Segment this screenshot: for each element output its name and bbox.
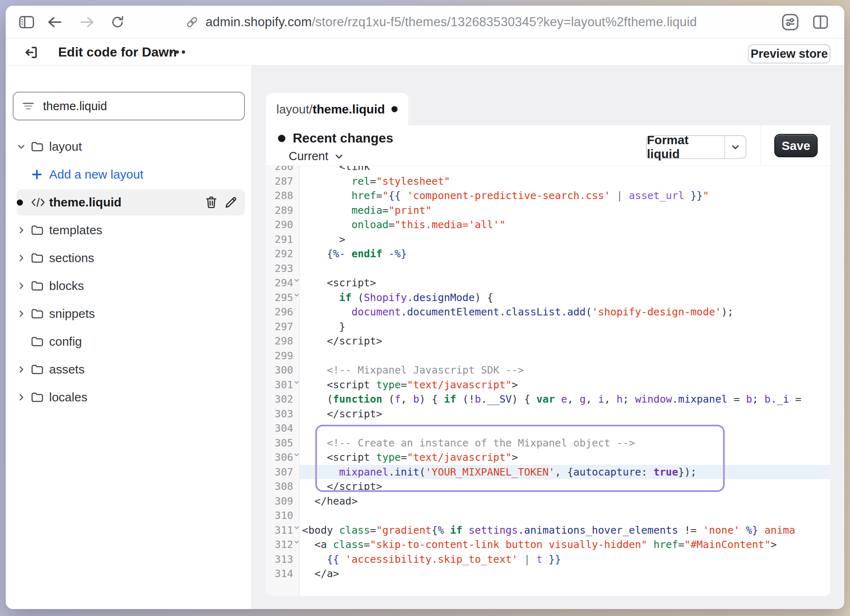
code-line-291[interactable]: 291 > <box>266 232 830 247</box>
code-text <box>300 421 830 436</box>
line-number: 312 <box>266 537 300 552</box>
code-line-294[interactable]: 294 <script> <box>266 276 830 290</box>
chevron-right-icon <box>17 254 31 263</box>
code-line-299[interactable]: 299 <box>266 349 830 363</box>
code-text: (function (f, b) { if (!b.__SV) { var e,… <box>300 392 830 407</box>
code-line-313[interactable]: 313 {{ 'accessibility.skip_to_text' | t … <box>266 552 830 567</box>
sidebar-item-add-a-new-layout[interactable]: Add a new layout <box>17 161 245 188</box>
code-line-287[interactable]: 287 rel="stylesheet" <box>266 174 830 189</box>
url-text: admin.shopify.com/store/rzq1xu-f5/themes… <box>206 15 697 29</box>
sidebar-item-snippets[interactable]: snippets <box>17 301 245 327</box>
reload-button[interactable] <box>108 6 127 38</box>
format-liquid-dropdown[interactable] <box>724 136 746 158</box>
rename-file-button[interactable] <box>224 196 237 209</box>
code-line-298[interactable]: 298 </script> <box>266 334 830 349</box>
code-text: onload="this.media='all'" <box>300 217 830 232</box>
line-number: 301 <box>266 378 300 392</box>
code-line-302[interactable]: 302 (function (f, b) { if (!b.__SV) { va… <box>266 392 830 407</box>
plus-icon <box>31 168 49 181</box>
sidebar-toggle-icon[interactable] <box>16 6 37 38</box>
sidebar-item-theme-liquid[interactable]: theme.liquid <box>17 189 245 215</box>
sidebar-item-config[interactable]: config <box>17 328 245 355</box>
folder-icon <box>31 308 49 320</box>
code-line-310[interactable]: 310 <box>266 508 830 523</box>
code-line-289[interactable]: 289 media="print" <box>266 203 830 218</box>
line-number: 287 <box>266 174 300 189</box>
version-dropdown[interactable]: Current <box>289 149 344 163</box>
code-line-311[interactable]: 311<body class="gradient{% if settings.a… <box>266 523 830 538</box>
fold-chevron-icon[interactable] <box>293 292 300 299</box>
browser-window: admin.shopify.com/store/rzq1xu-f5/themes… <box>6 6 844 609</box>
forward-button[interactable] <box>78 6 97 38</box>
code-line-301[interactable]: 301 <script type="text/javascript"> <box>266 378 830 392</box>
code-line-290[interactable]: 290 onload="this.media='all'" <box>266 217 830 232</box>
code-lines[interactable]: 286 <link287 rel="stylesheet"288 href="{… <box>266 166 830 581</box>
code-editor[interactable]: 286 <link287 rel="stylesheet"288 href="{… <box>266 166 830 596</box>
line-number: 303 <box>266 407 300 421</box>
code-line-305[interactable]: 305 <!-- Create an instance of the Mixpa… <box>266 436 830 451</box>
sidebar-item-label: locales <box>49 390 87 404</box>
sidebar-item-label: theme.liquid <box>49 195 122 209</box>
code-text: </script> <box>300 334 830 349</box>
code-line-312[interactable]: 312 <a class="skip-to-content-link butto… <box>266 537 830 552</box>
fold-chevron-icon[interactable] <box>293 451 300 458</box>
code-line-303[interactable]: 303 </script> <box>266 407 830 421</box>
address-bar[interactable]: admin.shopify.com/store/rzq1xu-f5/themes… <box>185 6 697 38</box>
split-view-icon[interactable] <box>809 6 832 38</box>
line-number: 292 <box>266 247 300 261</box>
sidebar-item-sections[interactable]: sections <box>17 245 245 271</box>
delete-file-button[interactable] <box>205 195 218 209</box>
fold-chevron-icon[interactable] <box>293 277 300 284</box>
exit-editor-button[interactable] <box>23 44 39 61</box>
line-number: 299 <box>266 349 300 363</box>
editor-header-panel: Recent changes Current Format liquid <box>266 125 761 165</box>
code-line-308[interactable]: 308 </script> <box>266 479 830 494</box>
chevron-right-icon <box>17 281 31 290</box>
code-line-292[interactable]: 292 {%- endif -%} <box>266 247 830 261</box>
code-text: </a> <box>300 566 830 581</box>
sidebar-item-label: templates <box>49 223 102 237</box>
file-tab[interactable]: layout/theme.liquid <box>266 93 408 125</box>
sidebar-item-assets[interactable]: assets <box>17 356 245 383</box>
code-text: <script> <box>300 276 830 290</box>
folder-icon <box>31 280 49 292</box>
fold-chevron-icon[interactable] <box>293 524 300 531</box>
code-text <box>300 349 830 363</box>
overflow-menu-button[interactable] <box>170 38 185 66</box>
code-text: media="print" <box>300 203 830 218</box>
code-line-297[interactable]: 297 } <box>266 319 830 334</box>
sidebar-item-templates[interactable]: templates <box>17 217 245 243</box>
recent-changes-dot <box>278 135 285 142</box>
code-line-306[interactable]: 306 <script type="text/javascript"> <box>266 450 830 465</box>
fold-chevron-icon[interactable] <box>293 539 300 546</box>
code-line-309[interactable]: 309 </head> <box>266 494 830 509</box>
search-input[interactable] <box>43 100 236 113</box>
sidebar-item-blocks[interactable]: blocks <box>17 273 245 299</box>
fold-chevron-icon[interactable] <box>293 379 300 386</box>
code-line-307[interactable]: 307 mixpanel.init('YOUR_MIXPANEL_TOKEN',… <box>266 465 830 480</box>
code-line-314[interactable]: 314 </a> <box>266 566 830 581</box>
chevron-down-icon <box>334 152 344 161</box>
save-button[interactable]: Save <box>774 134 818 157</box>
code-line-293[interactable]: 293 <box>266 261 830 276</box>
line-number: 298 <box>266 334 300 349</box>
code-line-300[interactable]: 300 <!-- Mixpanel Javascript SDK --> <box>266 363 830 378</box>
code-line-286[interactable]: 286 <link <box>266 166 830 174</box>
line-number: 310 <box>266 508 300 523</box>
format-liquid-button[interactable]: Format liquid <box>646 135 746 159</box>
code-line-296[interactable]: 296 document.documentElement.classList.a… <box>266 305 830 319</box>
line-number: 307 <box>266 465 300 480</box>
sidebar-item-label: blocks <box>49 279 84 293</box>
file-search-field[interactable] <box>13 92 245 120</box>
preview-store-button[interactable]: Preview store <box>748 44 830 63</box>
code-icon <box>31 197 49 208</box>
code-line-304[interactable]: 304 <box>266 421 830 436</box>
sidebar-item-locales[interactable]: locales <box>17 384 245 410</box>
code-line-295[interactable]: 295 if (Shopify.designMode) { <box>266 290 830 305</box>
back-button[interactable] <box>45 6 64 38</box>
code-line-288[interactable]: 288 href="{{ 'component-predictive-searc… <box>266 188 830 203</box>
sidebar-item-layout[interactable]: layout <box>17 134 245 160</box>
reader-settings-icon[interactable] <box>779 6 802 38</box>
line-number: 288 <box>266 188 300 203</box>
folder-icon <box>31 224 49 236</box>
